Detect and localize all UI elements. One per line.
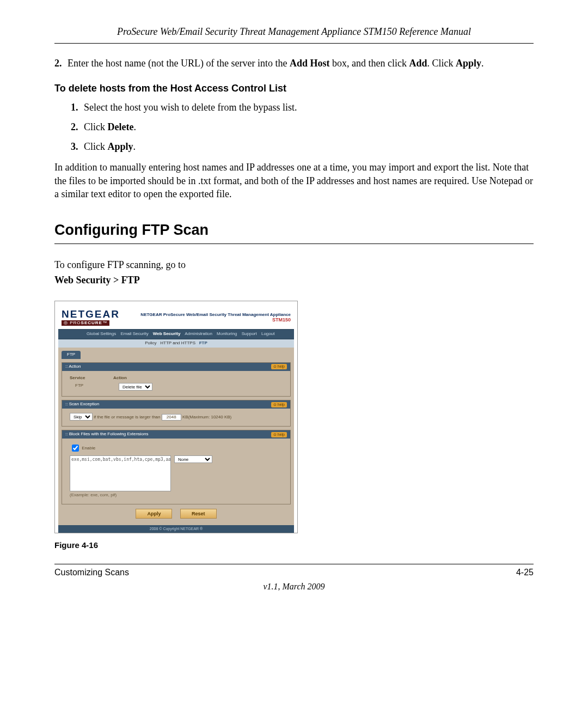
delete-heading: To delete hosts from the Host Access Con… [54,82,534,95]
submenu-ftp[interactable]: FTP [199,340,207,345]
menu-logout[interactable]: Logout [261,331,274,336]
step-2: 2. Enter the host name (not the URL) of … [54,57,534,70]
extensions-side-select[interactable]: None [174,455,212,463]
footer-left: Customizing Scans [54,568,129,577]
scan-exception-size[interactable]: 2048 [162,414,181,421]
submenu-policy[interactable]: Policy [145,340,156,345]
prosecure-badge: ◎ PROSECURE™ [62,320,109,326]
content-area: FTP :: Action ⊙ help Service A [58,348,294,525]
scan-exception-text-b: KB(Maximum: 10240 KB) [182,415,231,419]
screenshot-box: NETGEAR ◎ PROSECURE™ NETGEAR ProSecure W… [54,301,298,533]
import-export-paragraph: In addition to manually entering host na… [54,161,534,200]
footer-right: 4-25 [516,568,534,577]
help-badge[interactable]: ⊙ help [271,364,287,369]
panel-block-ext-title: :: Block Files with the Following Extens… [65,431,149,437]
model-label: STM150 [140,317,291,323]
reset-button[interactable]: Reset [180,509,217,519]
row-ftp-label: FTP [70,383,119,391]
panel-action-title: :: Action [65,364,81,370]
menu-global-settings[interactable]: Global Settings [87,331,116,336]
footer-rule [54,564,534,564]
figure-4-16: NETGEAR ◎ PROSECURE™ NETGEAR ProSecure W… [54,301,534,551]
extensions-textarea[interactable] [70,455,171,491]
col-service: Service [70,375,113,381]
del-step-1: 1. Select the host you wish to delete fr… [71,101,534,114]
menu-email-security[interactable]: Email Security [121,331,149,336]
panel-scan-exception-title: :: Scan Exception [65,401,99,407]
configure-line: To configure FTP scanning, go to [54,258,534,271]
help-badge-3[interactable]: ⊙ help [271,432,287,437]
extensions-example: (Example: exe, com, pif) [70,492,283,498]
apply-button[interactable]: Apply [136,509,172,519]
del-step-3: 3. Click Apply. [71,140,534,153]
submenu-http-https[interactable]: HTTP and HTTPS [160,340,195,345]
version-line: v1.1, March 2009 [54,582,534,592]
sub-menu: Policy HTTP and HTTPS FTP [58,339,294,348]
help-badge-2[interactable]: ⊙ help [271,402,287,407]
menu-support[interactable]: Support [242,331,257,336]
menu-monitoring[interactable]: Monitoring [217,331,237,336]
step-2-num: 2. [54,58,62,69]
action-select[interactable]: Delete file [119,383,152,391]
copyright-bar: 2008 © Copyright NETGEAR ® [58,525,294,532]
scan-exception-select[interactable]: Skip [70,413,93,421]
section-heading-ftp-scan: Configuring FTP Scan [54,220,534,240]
shot-title: NETGEAR ProSecure Web/Email Security Thr… [140,312,291,323]
netgear-logo: NETGEAR ◎ PROSECURE™ [62,309,120,326]
header-rule [54,43,534,44]
panel-action: :: Action ⊙ help Service Action FTP [62,362,291,397]
panel-block-extensions: :: Block Files with the Following Extens… [62,430,291,504]
doc-header-title: ProSecure Web/Email Security Threat Mana… [54,26,534,41]
nav-path: Web Security > FTP [54,273,534,287]
del-step-2: 2. Click Delete. [71,120,534,133]
figure-caption: Figure 4-16 [54,540,534,551]
enable-label: Enable [82,446,95,451]
main-menu: Global Settings Email Security Web Secur… [58,329,294,339]
panel-scan-exception: :: Scan Exception ⊙ help Skip if the fil… [62,400,291,427]
enable-checkbox[interactable] [72,445,79,452]
menu-administration[interactable]: Administration [185,331,212,336]
tab-ftp[interactable]: FTP [62,351,81,359]
shot-header: NETGEAR ◎ PROSECURE™ NETGEAR ProSecure W… [58,305,294,329]
section-rule [54,244,534,244]
logo-text: NETGEAR [62,309,120,319]
scan-exception-text-a: if the file or message is larger than [94,415,160,419]
col-action: Action [113,375,127,381]
menu-web-security[interactable]: Web Security [153,331,181,336]
